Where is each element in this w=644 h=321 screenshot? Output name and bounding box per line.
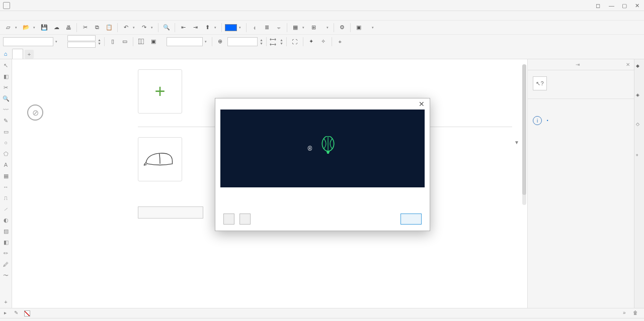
pick-tool-icon[interactable]: ↖ — [2, 61, 10, 69]
units-select[interactable] — [167, 37, 203, 46]
system-info-button[interactable] — [223, 213, 234, 225]
tab-props-icon[interactable]: ◈ — [636, 92, 643, 99]
open-icon[interactable]: 📂 — [21, 23, 31, 33]
tab-aprender-icon[interactable]: ◆ — [636, 63, 643, 70]
cloud-icon[interactable]: ☁ — [51, 23, 61, 33]
tab-welcome[interactable] — [12, 49, 23, 59]
dialog-banner: ® — [220, 110, 425, 187]
palette-arrow-icon[interactable]: ▸ — [4, 310, 11, 317]
tab-add-icon[interactable]: + — [636, 153, 643, 160]
outline-tool-icon[interactable]: ✏ — [2, 249, 10, 257]
welcome-scrollbar[interactable] — [522, 64, 526, 205]
minimize-icon[interactable]: — — [609, 3, 615, 9]
portrait-icon[interactable]: ▯ — [108, 37, 118, 47]
import-icon[interactable]: ⇤ — [178, 23, 188, 33]
fill-tool-icon[interactable]: ◐ — [2, 216, 10, 224]
publish-icon[interactable]: ⬆ — [202, 23, 212, 33]
print-icon[interactable]: 🖶 — [63, 23, 73, 33]
card-new-document[interactable]: + — [138, 69, 183, 117]
eyedropper-tool-icon[interactable]: 🖉 — [2, 260, 10, 268]
add-tool-icon[interactable]: + — [2, 298, 10, 306]
nudge-icon[interactable]: ⊕ — [215, 37, 225, 47]
paste-icon[interactable]: 📋 — [104, 23, 114, 33]
width-input[interactable] — [67, 35, 96, 41]
snap-icon[interactable]: ⊞ — [308, 23, 318, 33]
rectangle-tool-icon[interactable]: ▭ — [2, 128, 10, 136]
grid-icon[interactable]: ▦ — [290, 23, 300, 33]
palette-trash-icon[interactable]: 🗑 — [633, 310, 640, 317]
crop-tool-icon[interactable]: ✂ — [2, 83, 10, 91]
save-icon[interactable]: 💾 — [39, 23, 49, 33]
copy-icon[interactable]: ⧉ — [92, 23, 102, 33]
add-tab-button[interactable]: + — [25, 50, 34, 59]
menu-ayuda[interactable] — [30, 15, 38, 17]
precision-input[interactable] — [227, 37, 258, 46]
blend-tool-icon[interactable]: ◧ — [2, 238, 10, 246]
docker-tabs: ◆ ◈ ◇ + — [634, 59, 644, 308]
card-try-it[interactable] — [138, 137, 183, 184]
effect-icon[interactable]: ✧ — [318, 37, 329, 47]
undo-icon[interactable]: ↶ — [121, 23, 131, 33]
close-button[interactable] — [400, 213, 422, 225]
crop-icon[interactable]: ⛶ — [290, 37, 300, 47]
align-center-icon[interactable]: ≣ — [262, 23, 272, 33]
palette-nocolor[interactable] — [24, 310, 30, 316]
toolbox: ↖ ◧ ✂ 🔍 〰 ✎ ▭ ○ ⬠ A ▦ ↔ ⎍ ⟋ ◐ ▨ ◧ ✏ 🖉 〜 … — [0, 59, 12, 308]
dup-y-icon: ⟷ — [270, 42, 276, 47]
cut-icon[interactable]: ✂ — [80, 23, 90, 33]
dialog-close-icon[interactable]: ✕ — [419, 100, 425, 108]
zoom-tool-icon[interactable]: 🔍 — [2, 94, 10, 102]
legal-button[interactable] — [239, 213, 251, 225]
docker-pin-icon[interactable]: ⇥ — [576, 62, 580, 67]
maximize-icon[interactable]: ▢ — [622, 3, 628, 9]
smear-tool-icon[interactable]: 〜 — [2, 271, 10, 279]
fill-color-swatch[interactable] — [225, 24, 237, 31]
table-tool-icon[interactable]: ▦ — [2, 172, 10, 180]
search-icon[interactable]: 🔍 — [162, 23, 172, 33]
height-input[interactable] — [67, 42, 96, 48]
facing-icon[interactable]: ▣ — [148, 37, 158, 47]
about-dialog: ✕ ® — [215, 98, 430, 231]
align-right-icon[interactable]: ⫟ — [274, 23, 284, 33]
docker-close-icon[interactable]: ✕ — [626, 62, 630, 67]
pages-icon[interactable]: ⿲ — [136, 37, 146, 47]
ayuda-link[interactable] — [547, 116, 548, 124]
pen-tool-icon[interactable]: ✎ — [2, 117, 10, 125]
app-logo — [3, 2, 10, 9]
connector-tool-icon[interactable]: ⎍ — [2, 194, 10, 202]
dimension-tool-icon[interactable]: ↔ — [2, 183, 10, 191]
ellipse-tool-icon[interactable]: ○ — [2, 139, 10, 147]
align-left-icon[interactable]: ⫞ — [250, 23, 260, 33]
export-icon[interactable]: ⇥ — [190, 23, 200, 33]
expand-chevron-icon[interactable]: ▼ — [514, 140, 519, 145]
tab-objetos-icon[interactable]: ◇ — [636, 122, 643, 129]
user-icon[interactable]: ◻ — [596, 3, 602, 9]
hints-tool-icon[interactable]: ↖? — [533, 76, 547, 90]
dup-x-icon: ⟷ — [270, 37, 276, 42]
home-tab-icon[interactable]: ⌂ — [0, 49, 11, 59]
toolbar-main: ▱▾ 📂▾ 💾 ☁ 🖶 ✂ ⧉ 📋 ↶▾ ↷▾ 🔍 ⇤ ⇥ ⬆▾ ▾ ⫞ ≣ ⫟… — [0, 20, 644, 34]
freehand-tool-icon[interactable]: 〰 — [2, 105, 10, 114]
menu-ventana[interactable] — [21, 15, 29, 17]
close-icon[interactable]: ✕ — [635, 3, 641, 9]
redo-icon[interactable]: ↷ — [139, 23, 149, 33]
polygon-tool-icon[interactable]: ⬠ — [2, 150, 10, 158]
text-tool-icon[interactable]: A — [2, 161, 10, 169]
transparency-tool-icon[interactable]: ▨ — [2, 227, 10, 235]
page-size-select[interactable] — [3, 37, 53, 46]
dropper-tool-icon[interactable]: ⟋ — [2, 205, 10, 213]
menu-herramientas[interactable] — [12, 15, 20, 17]
new-icon[interactable]: ▱ — [3, 23, 13, 33]
menubar — [0, 11, 644, 20]
wand-icon[interactable]: ✦ — [306, 37, 316, 47]
options-icon[interactable]: ⚙ — [337, 23, 347, 33]
add-icon[interactable]: + — [335, 37, 345, 47]
document-tabs: ⌂ + — [0, 48, 644, 59]
launcher-icon[interactable]: ▣ — [354, 23, 364, 33]
palette-dropper-icon[interactable]: ✎ — [14, 310, 21, 317]
menu-archivo[interactable] — [3, 15, 11, 17]
shape-tool-icon[interactable]: ◧ — [2, 72, 10, 80]
landscape-icon[interactable]: ▭ — [120, 37, 130, 47]
open-document-button[interactable] — [138, 206, 203, 219]
palette-more-icon[interactable]: » — [623, 310, 630, 317]
